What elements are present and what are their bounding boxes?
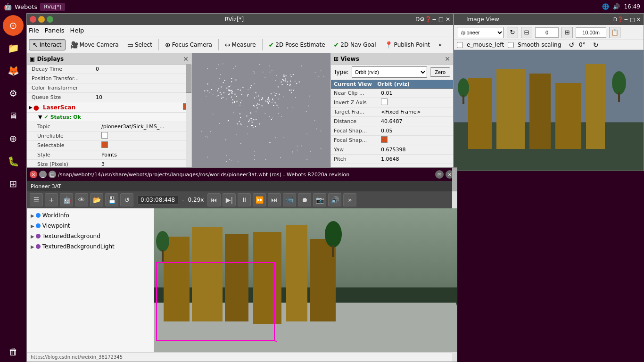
gear-icon: ⚙ bbox=[9, 88, 17, 99]
tree-item-viewpoint[interactable]: ▶ Viewpoint bbox=[27, 221, 154, 231]
wb-fastfwd-btn[interactable]: ⏩ bbox=[253, 193, 266, 206]
imageview-prev-btn[interactable]: ⊟ bbox=[521, 27, 532, 38]
rviz-close-btn[interactable] bbox=[30, 16, 36, 23]
imageview-value1[interactable] bbox=[535, 27, 559, 38]
sidebar-settings-icon[interactable]: ⚙ bbox=[3, 83, 24, 104]
sidebar-browser-icon[interactable]: 🦊 bbox=[3, 60, 24, 81]
view-pitch: Pitch 1.0648 bbox=[331, 155, 453, 164]
menu-help[interactable]: Help bbox=[70, 27, 84, 34]
rviz-taskbar-item[interactable]: RViz[*] bbox=[40, 3, 65, 11]
sidebar-terminal-icon[interactable]: 🖥 bbox=[3, 106, 24, 126]
laser-expand-arrow[interactable]: ▶ bbox=[29, 105, 33, 110]
status-expand[interactable]: ▼ bbox=[38, 114, 42, 120]
displays-close-btn[interactable]: ✕ bbox=[183, 55, 189, 63]
menu-panels[interactable]: Panels bbox=[45, 27, 65, 34]
imageview-next-btn[interactable]: ⊞ bbox=[561, 27, 573, 38]
webots-3d-viewport[interactable] bbox=[154, 208, 457, 352]
wb-folder-btn[interactable]: 📂 bbox=[90, 193, 103, 206]
wb-save-btn[interactable]: 💾 bbox=[105, 193, 118, 206]
sidebar-bug-icon[interactable]: 🐛 bbox=[3, 151, 24, 172]
tree-item-texturedbglight[interactable]: ▶ TexturedBackgroundLight bbox=[27, 241, 154, 252]
sidebar-files-icon[interactable]: 📁 bbox=[3, 38, 24, 58]
prop-color-transformer: Color Transformer bbox=[27, 83, 191, 93]
views-type-select[interactable]: Orbit (rviz) bbox=[352, 66, 428, 78]
displays-scrollbar-thumb[interactable] bbox=[186, 65, 191, 93]
wb-more-btn[interactable]: » bbox=[343, 193, 356, 206]
emouse-left-checkbox[interactable] bbox=[457, 42, 463, 48]
imageview-export-btn[interactable]: 📋 bbox=[609, 27, 620, 38]
svg-rect-5 bbox=[555, 83, 581, 149]
displays-scrollbar[interactable] bbox=[186, 65, 191, 171]
invertz-checkbox[interactable] bbox=[381, 99, 388, 105]
wb-robot-btn[interactable]: 🤖 bbox=[60, 193, 73, 206]
sidebar-grid-icon[interactable]: ⊞ bbox=[3, 173, 24, 194]
views-current-header: Current View Orbit (rviz) bbox=[331, 80, 453, 89]
wb-fasterfwd-btn[interactable]: ⏭ bbox=[268, 193, 281, 206]
texturedbg-dot bbox=[36, 234, 41, 239]
imageview-content[interactable] bbox=[454, 50, 644, 171]
smooth-scaling-label: Smooth scaling bbox=[518, 41, 561, 48]
iv-scene-svg bbox=[454, 50, 644, 171]
webots-title: /snap/webots/14/usr/share/webots/project… bbox=[58, 172, 433, 178]
views-type-label: Type: bbox=[334, 69, 349, 75]
toolbar-more-btn[interactable]: » bbox=[435, 40, 446, 50]
sidebar-ubuntu-icon[interactable]: ⊙ bbox=[3, 15, 24, 36]
imageview-value2[interactable] bbox=[576, 27, 606, 38]
rviz-max-btn[interactable] bbox=[47, 16, 53, 23]
sidebar-chrome-icon[interactable]: ⊕ bbox=[3, 128, 24, 149]
webots-min-btn[interactable]: _ bbox=[39, 171, 47, 178]
toolbar-navgoal-btn[interactable]: ✔ 2D Nav Goal bbox=[330, 39, 380, 50]
prop-selectable: Selectable bbox=[27, 141, 191, 150]
wb-sidebar-btn[interactable]: ☰ bbox=[30, 193, 43, 206]
tree-item-worldinfo[interactable]: ▶ WorldInfo bbox=[27, 210, 154, 221]
smooth-scaling-checkbox[interactable] bbox=[508, 42, 514, 48]
imageview-refresh-btn[interactable]: ↻ bbox=[507, 27, 518, 38]
wb-screenshot-btn[interactable]: 📷 bbox=[313, 193, 326, 206]
wb-add-btn[interactable]: + bbox=[45, 193, 58, 206]
rviz-3dview[interactable] bbox=[192, 53, 330, 171]
selectable-checkbox[interactable] bbox=[101, 141, 108, 148]
webots-close-btn[interactable]: ✕ bbox=[30, 171, 37, 178]
svg-rect-19 bbox=[286, 225, 307, 321]
wb-recdot-btn[interactable]: ⏺ bbox=[298, 193, 311, 206]
toolbar-measure-btn[interactable]: ↔ Measure bbox=[221, 39, 260, 50]
wb-record-btn[interactable]: 📹 bbox=[283, 193, 296, 206]
menu-file[interactable]: File bbox=[29, 27, 39, 34]
toolbar-select-btn[interactable]: ▭ Select bbox=[124, 39, 156, 50]
webots-max-btn[interactable]: □ bbox=[49, 171, 56, 178]
imageview-title: Image View bbox=[466, 16, 611, 23]
wb-volume-btn[interactable]: 🔊 bbox=[328, 193, 341, 206]
svg-rect-2 bbox=[468, 78, 492, 149]
ubuntu-logo-icon: ⊙ bbox=[9, 20, 17, 31]
wb-rewind-btn[interactable]: ⏮ bbox=[207, 193, 221, 206]
focalshape-checkbox[interactable] bbox=[381, 136, 388, 143]
views-close-btn[interactable]: ✕ bbox=[445, 55, 450, 63]
wb-reload-btn[interactable]: ↺ bbox=[120, 193, 133, 206]
views-zero-btn[interactable]: Zero bbox=[430, 67, 450, 77]
webots-restore-btn[interactable]: ⊡ bbox=[435, 170, 444, 179]
rviz-winctrl-icons: D⚙❓− □ ✕ bbox=[415, 16, 450, 23]
rviz-titlebar: RViz[*] D⚙❓− □ ✕ bbox=[27, 14, 453, 25]
wb-eye-btn[interactable]: 👁 bbox=[75, 193, 88, 206]
displays-title: ▣ Displays bbox=[30, 56, 64, 62]
taskbar-right: 🌐 🔊 16:49 bbox=[602, 3, 640, 10]
status-ok-label: Status: Ok bbox=[50, 114, 81, 120]
toolbar-publishpoint-btn[interactable]: 📍 Publish Point bbox=[381, 39, 434, 50]
unreliable-checkbox[interactable] bbox=[101, 132, 108, 139]
prop-topic: Topic /pioneer3at/Sick_LMS_... bbox=[27, 122, 191, 132]
toolbar-interact-btn[interactable]: ↖ Interact bbox=[29, 39, 66, 50]
worldinfo-dot bbox=[36, 213, 41, 218]
toolbar-poseestimate-btn[interactable]: ✔ 2D Pose Estimate bbox=[265, 39, 329, 50]
imageview-topic-select[interactable]: /pioneer bbox=[457, 27, 504, 38]
svg-rect-10 bbox=[618, 92, 620, 102]
sidebar: ⊙ 📁 🦊 ⚙ 🖥 ⊕ 🐛 ⊞ 🗑 bbox=[0, 13, 26, 362]
wb-pause-btn[interactable]: ⏸ bbox=[238, 193, 251, 206]
wb-step-btn[interactable]: ▶| bbox=[223, 193, 236, 206]
toolbar-movecamera-btn[interactable]: 🎥 Move Camera bbox=[66, 39, 123, 50]
rviz-min-btn[interactable] bbox=[38, 16, 45, 23]
refresh-icon: ↻ bbox=[593, 41, 599, 49]
svg-rect-6 bbox=[586, 64, 605, 149]
sidebar-trash-icon[interactable]: 🗑 bbox=[3, 341, 24, 362]
tree-item-texturedbg[interactable]: ▶ TexturedBackground bbox=[27, 231, 154, 241]
toolbar-focuscamera-btn[interactable]: ⊕ Focus Camera bbox=[161, 39, 216, 50]
